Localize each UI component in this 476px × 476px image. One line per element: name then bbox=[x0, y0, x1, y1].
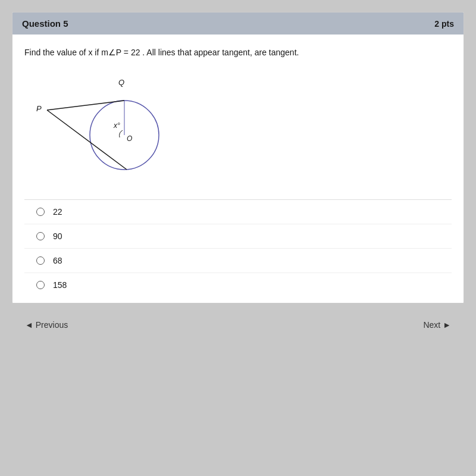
previous-button[interactable]: ◄ Previous bbox=[18, 315, 75, 334]
option-4[interactable]: 158 bbox=[24, 273, 452, 297]
label-x: x° bbox=[113, 121, 120, 130]
radio-4[interactable] bbox=[36, 281, 45, 289]
tangent-line-top bbox=[47, 101, 124, 110]
geometry-diagram: P Q x° O bbox=[30, 68, 197, 187]
answer-options: 22 90 68 158 bbox=[24, 199, 452, 297]
option-3-label: 68 bbox=[53, 256, 62, 265]
radio-1[interactable] bbox=[36, 208, 45, 216]
question-card: Question 5 2 pts Find the value of x if … bbox=[12, 12, 464, 303]
label-q: Q bbox=[118, 78, 124, 87]
tangent-line-bottom bbox=[47, 110, 127, 170]
radio-3[interactable] bbox=[36, 256, 45, 265]
option-1-label: 22 bbox=[53, 207, 62, 217]
label-o: O bbox=[127, 134, 132, 143]
option-3[interactable]: 68 bbox=[24, 249, 452, 273]
diagram-area: P Q x° O bbox=[30, 68, 197, 187]
question-text: Find the value of x if m∠P = 22 . All li… bbox=[24, 46, 452, 59]
option-2-label: 90 bbox=[53, 231, 62, 241]
question-pts: 2 pts bbox=[434, 19, 454, 29]
option-1[interactable]: 22 bbox=[24, 200, 452, 224]
option-2[interactable]: 90 bbox=[24, 224, 452, 249]
angle-mark bbox=[120, 130, 123, 137]
option-4-label: 158 bbox=[53, 280, 67, 290]
page-container: Question 5 2 pts Find the value of x if … bbox=[12, 12, 464, 344]
navigation-bar: ◄ Previous Next ► bbox=[12, 306, 464, 344]
radio-2[interactable] bbox=[36, 232, 45, 240]
question-title: Question 5 bbox=[22, 18, 68, 29]
next-button[interactable]: Next ► bbox=[416, 315, 458, 334]
label-p: P bbox=[36, 104, 42, 113]
question-header: Question 5 2 pts bbox=[12, 12, 464, 35]
question-body: Find the value of x if m∠P = 22 . All li… bbox=[12, 35, 464, 303]
